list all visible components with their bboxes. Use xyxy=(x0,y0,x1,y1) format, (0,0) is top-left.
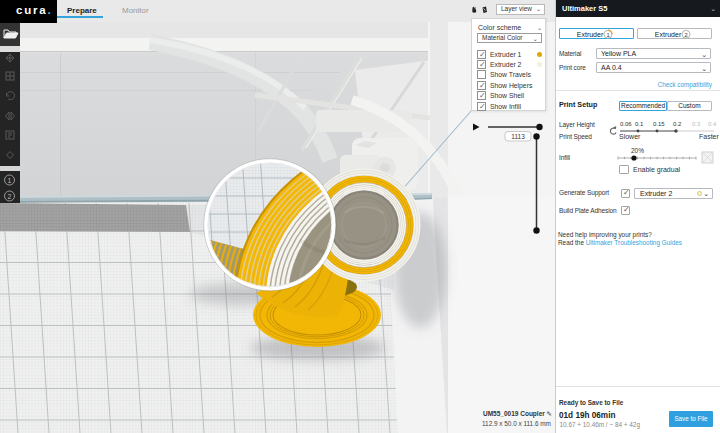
svg-text:Faster: Faster xyxy=(699,133,720,140)
svg-text:0.06: 0.06 xyxy=(620,121,632,127)
svg-text:1: 1 xyxy=(606,31,609,37)
svg-text:0.4: 0.4 xyxy=(708,121,717,127)
svg-text:20%: 20% xyxy=(631,147,644,154)
svg-text:0.3: 0.3 xyxy=(692,121,701,127)
svg-text:0.15: 0.15 xyxy=(653,121,665,127)
svg-text:2: 2 xyxy=(8,193,12,200)
svg-text:Extruder: Extruder xyxy=(655,31,682,38)
svg-text:Slower: Slower xyxy=(619,133,641,140)
svg-text:0.1: 0.1 xyxy=(635,121,644,127)
svg-text:Extruder: Extruder xyxy=(577,31,604,38)
svg-text:0.2: 0.2 xyxy=(673,121,682,127)
svg-text:2: 2 xyxy=(684,31,687,37)
svg-text:1: 1 xyxy=(8,177,12,184)
svg-text:1113: 1113 xyxy=(511,133,525,140)
